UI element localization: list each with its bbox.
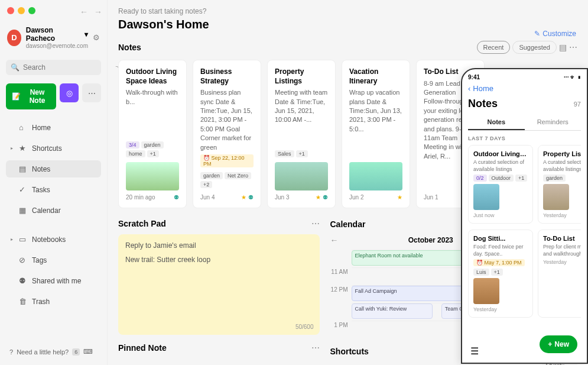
sidebar: D Dawson Pacheco ▾ dawson@evernote.com ⚙…: [0, 0, 108, 365]
notes-filter-icon[interactable]: ▤: [559, 43, 567, 52]
ai-button[interactable]: ◎: [60, 83, 79, 102]
pinned-more-icon[interactable]: ⋯: [311, 343, 320, 353]
pencil-icon: ✎: [534, 30, 540, 38]
chevron-left-icon: ‹: [468, 84, 470, 93]
calendar-month: October 2023: [408, 236, 453, 244]
note-plus-icon: 📝: [12, 92, 21, 101]
notes-section-title: Notes: [118, 43, 141, 52]
check-circle-icon: ✓: [19, 185, 27, 194]
phone-status-icons: ··· ᯤ ▮: [564, 74, 581, 80]
scratch-counter: 50/600: [295, 324, 314, 330]
search-input[interactable]: 🔍 ⌥⌘F: [6, 60, 101, 75]
user-menu[interactable]: D Dawson Pacheco ▾ dawson@evernote.com ⚙: [6, 24, 101, 51]
phone-note-card[interactable]: Outdoor Living Sp...A curated selection …: [468, 145, 533, 224]
plus-icon: +: [548, 340, 552, 348]
phone-time: 9:41: [468, 74, 480, 80]
search-icon: 🔍: [11, 63, 20, 72]
tab-suggested[interactable]: Suggested: [512, 41, 557, 54]
phone-note-card[interactable]: Property ListingA curated selection of a…: [538, 145, 581, 224]
people-icon: ⚉: [19, 276, 27, 285]
user-email: dawson@evernote.com: [26, 43, 88, 49]
chevron-down-icon: ▾: [85, 30, 88, 38]
star-icon: ★: [19, 144, 27, 153]
sparkle-icon: ◎: [66, 89, 73, 98]
sidebar-item-tags[interactable]: ⊘Tags: [6, 251, 101, 269]
scratch-title: Scratch Pad: [118, 219, 166, 228]
calendar-icon: ▦: [19, 206, 27, 215]
customize-button[interactable]: ✎Customize: [534, 30, 576, 38]
phone-title: Notes: [468, 98, 498, 110]
sidebar-item-shortcuts[interactable]: ▸★Shortcuts: [6, 140, 101, 157]
search-field[interactable]: [23, 63, 112, 72]
phone-count: 97: [574, 101, 581, 108]
window-traffic-lights[interactable]: [7, 7, 35, 14]
sidebar-item-trash[interactable]: 🗑Trash: [6, 293, 101, 310]
phone-new-button[interactable]: +New: [540, 335, 577, 353]
help-icon: ?: [9, 348, 13, 356]
note-card[interactable]: Vacation ItineraryWrap up vacation plans…: [342, 60, 410, 208]
calendar-title: Calendar: [330, 219, 366, 229]
trash-icon: 🗑: [19, 297, 27, 306]
sidebar-item-calendar[interactable]: ▦Calendar: [6, 202, 101, 219]
user-name: Dawson Pacheco: [26, 26, 83, 43]
scratch-pad[interactable]: Reply to Jamie's email New trail: Sutter…: [118, 234, 320, 335]
scratch-more-icon[interactable]: ⋯: [311, 219, 320, 228]
calendar-prev-button[interactable]: ←: [330, 235, 339, 245]
phone-note-card[interactable]: To-Do ListPrep for client meeting and wa…: [538, 230, 581, 318]
note-card[interactable]: Outdoor Living Space IdeasWalk-through w…: [118, 60, 187, 208]
phone-tab-reminders[interactable]: Reminders: [525, 115, 581, 130]
nav-history[interactable]: ←→: [80, 7, 102, 17]
sidebar-item-shared[interactable]: ⚉Shared with me: [6, 272, 101, 289]
help-link[interactable]: ? Need a little help? 6 ⌨: [6, 344, 101, 359]
phone-note-card[interactable]: Dog Sitti...Food: Feed twice per day. Sp…: [468, 230, 533, 318]
sidebar-item-tasks[interactable]: ✓Tasks: [6, 181, 101, 198]
gear-icon[interactable]: ⚙: [93, 33, 100, 42]
sidebar-item-notebooks[interactable]: ▸▭Notebooks: [6, 231, 101, 248]
tab-recent[interactable]: Recent: [477, 41, 511, 54]
sidebar-item-notes[interactable]: ▤Notes: [6, 160, 101, 177]
tag-icon: ⊘: [19, 256, 27, 264]
home-icon: ⌂: [19, 123, 27, 132]
shortcuts-title: Shortcuts: [330, 347, 369, 356]
pinned-title: Pinned Note: [118, 343, 167, 353]
notes-more-icon[interactable]: ⋯: [569, 43, 577, 52]
notebook-icon: ▭: [19, 235, 27, 244]
calendar-event[interactable]: Call with Yuki: Review: [352, 303, 433, 319]
more-new-button[interactable]: ⋯: [82, 83, 101, 102]
keyboard-icon[interactable]: ⌨: [83, 348, 93, 356]
help-badge: 6: [72, 348, 80, 356]
page-title: Dawson's Home: [118, 18, 577, 31]
new-note-button[interactable]: 📝New Note: [6, 83, 56, 109]
notes-icon: ▤: [19, 164, 27, 173]
forward-icon[interactable]: →: [94, 7, 102, 17]
phone-back-button[interactable]: ‹Home: [468, 84, 581, 93]
note-card[interactable]: Business StrategyBusiness plan sync Date…: [193, 60, 261, 208]
prompt-text: Ready to start taking notes?: [118, 7, 577, 15]
sidebar-item-home[interactable]: ⌂Home: [6, 119, 101, 136]
avatar: D: [7, 30, 21, 46]
back-icon[interactable]: ←: [80, 7, 88, 17]
phone-overlay: 9:41··· ᯤ ▮ ‹Home Notes97 Notes Reminder…: [461, 68, 588, 364]
phone-tab-notes[interactable]: Notes: [468, 115, 525, 130]
phone-menu-icon[interactable]: ☰: [470, 345, 479, 357]
phone-section-label: LAST 7 DAYS: [468, 135, 581, 141]
note-card[interactable]: Property ListingsMeeting with team Date …: [267, 60, 336, 208]
